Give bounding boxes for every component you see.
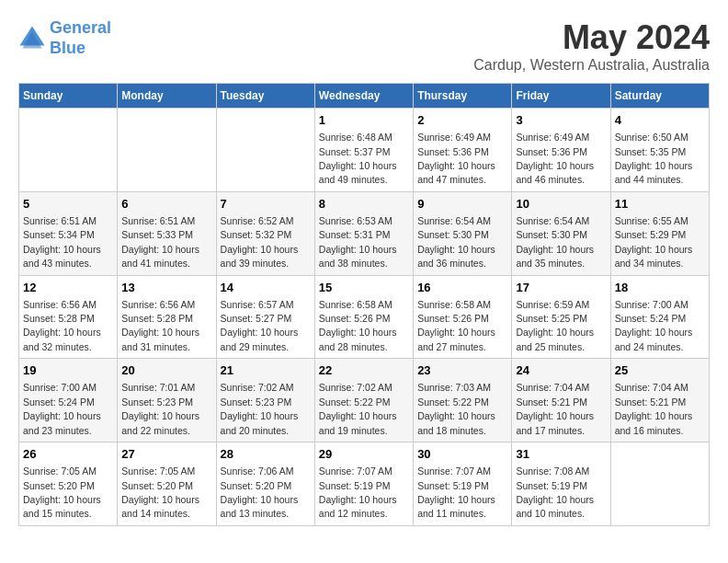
- day-number: 30: [417, 446, 507, 463]
- calendar-cell: 26Sunrise: 7:05 AMSunset: 5:20 PMDayligh…: [19, 442, 118, 526]
- day-info: Sunrise: 6:56 AMSunset: 5:28 PMDaylight:…: [121, 299, 199, 352]
- logo: General Blue: [18, 18, 111, 58]
- logo-text: General Blue: [50, 18, 111, 58]
- day-info: Sunrise: 7:04 AMSunset: 5:21 PMDaylight:…: [615, 382, 693, 435]
- day-number: 10: [516, 196, 606, 213]
- day-info: Sunrise: 7:03 AMSunset: 5:22 PMDaylight:…: [417, 382, 495, 435]
- calendar-cell: [216, 109, 314, 192]
- day-info: Sunrise: 6:56 AMSunset: 5:28 PMDaylight:…: [23, 299, 101, 352]
- day-number: 24: [516, 362, 606, 379]
- calendar-cell: 8Sunrise: 6:53 AMSunset: 5:31 PMDaylight…: [314, 191, 413, 275]
- header-monday: Monday: [118, 84, 216, 109]
- week-row-3: 12Sunrise: 6:56 AMSunset: 5:28 PMDayligh…: [19, 275, 710, 359]
- day-number: 12: [23, 280, 113, 296]
- day-info: Sunrise: 7:00 AMSunset: 5:24 PMDaylight:…: [23, 382, 101, 435]
- day-info: Sunrise: 6:49 AMSunset: 5:36 PMDaylight:…: [516, 132, 594, 185]
- day-number: 17: [516, 280, 606, 296]
- calendar-cell: 7Sunrise: 6:52 AMSunset: 5:32 PMDaylight…: [216, 191, 314, 275]
- day-info: Sunrise: 7:02 AMSunset: 5:22 PMDaylight:…: [319, 382, 397, 435]
- title-block: May 2024 Cardup, Western Australia, Aust…: [473, 18, 710, 74]
- day-info: Sunrise: 7:06 AMSunset: 5:20 PMDaylight:…: [221, 465, 299, 519]
- day-number: 13: [121, 280, 211, 296]
- day-info: Sunrise: 7:04 AMSunset: 5:21 PMDaylight:…: [516, 382, 594, 435]
- week-row-4: 19Sunrise: 7:00 AMSunset: 5:24 PMDayligh…: [19, 359, 710, 442]
- day-info: Sunrise: 6:51 AMSunset: 5:34 PMDaylight:…: [23, 215, 101, 269]
- day-number: 2: [417, 112, 507, 129]
- day-info: Sunrise: 6:54 AMSunset: 5:30 PMDaylight:…: [516, 215, 594, 269]
- day-info: Sunrise: 6:52 AMSunset: 5:32 PMDaylight:…: [221, 215, 299, 269]
- calendar-cell: 9Sunrise: 6:54 AMSunset: 5:30 PMDaylight…: [414, 191, 512, 275]
- calendar-cell: 11Sunrise: 6:55 AMSunset: 5:29 PMDayligh…: [610, 191, 709, 275]
- calendar-cell: 14Sunrise: 6:57 AMSunset: 5:27 PMDayligh…: [216, 275, 314, 359]
- day-number: 11: [615, 196, 705, 213]
- calendar-cell: 5Sunrise: 6:51 AMSunset: 5:34 PMDaylight…: [19, 191, 118, 275]
- calendar-cell: 30Sunrise: 7:07 AMSunset: 5:19 PMDayligh…: [414, 442, 512, 526]
- calendar-cell: 13Sunrise: 6:56 AMSunset: 5:28 PMDayligh…: [118, 275, 216, 359]
- day-number: 1: [319, 112, 409, 129]
- day-info: Sunrise: 6:59 AMSunset: 5:25 PMDaylight:…: [516, 299, 594, 352]
- day-number: 26: [23, 446, 113, 463]
- day-number: 6: [121, 196, 211, 213]
- day-info: Sunrise: 6:58 AMSunset: 5:26 PMDaylight:…: [417, 299, 495, 352]
- day-number: 3: [516, 112, 606, 129]
- calendar-cell: 27Sunrise: 7:05 AMSunset: 5:20 PMDayligh…: [118, 442, 216, 526]
- day-info: Sunrise: 7:00 AMSunset: 5:24 PMDaylight:…: [615, 299, 693, 352]
- day-info: Sunrise: 6:54 AMSunset: 5:30 PMDaylight:…: [417, 215, 495, 269]
- day-number: 15: [319, 280, 409, 296]
- day-number: 20: [121, 362, 211, 379]
- calendar-cell: 25Sunrise: 7:04 AMSunset: 5:21 PMDayligh…: [610, 359, 709, 442]
- calendar-cell: 1Sunrise: 6:48 AMSunset: 5:37 PMDaylight…: [314, 109, 413, 192]
- calendar-cell: 20Sunrise: 7:01 AMSunset: 5:23 PMDayligh…: [118, 359, 216, 442]
- day-info: Sunrise: 6:51 AMSunset: 5:33 PMDaylight:…: [121, 215, 199, 269]
- calendar-cell: 10Sunrise: 6:54 AMSunset: 5:30 PMDayligh…: [512, 191, 610, 275]
- day-info: Sunrise: 7:05 AMSunset: 5:20 PMDaylight:…: [121, 465, 199, 519]
- day-number: 22: [319, 362, 409, 379]
- subtitle: Cardup, Western Australia, Australia: [473, 57, 710, 74]
- day-number: 16: [417, 280, 507, 296]
- calendar-cell: 4Sunrise: 6:50 AMSunset: 5:35 PMDaylight…: [610, 109, 709, 192]
- day-info: Sunrise: 6:48 AMSunset: 5:37 PMDaylight:…: [319, 132, 397, 185]
- header-wednesday: Wednesday: [314, 84, 413, 109]
- day-info: Sunrise: 6:50 AMSunset: 5:35 PMDaylight:…: [615, 132, 693, 185]
- day-info: Sunrise: 7:07 AMSunset: 5:19 PMDaylight:…: [417, 465, 495, 519]
- calendar-cell: [118, 109, 216, 192]
- calendar-cell: 28Sunrise: 7:06 AMSunset: 5:20 PMDayligh…: [216, 442, 314, 526]
- logo-icon: [18, 25, 46, 52]
- calendar-cell: 19Sunrise: 7:00 AMSunset: 5:24 PMDayligh…: [19, 359, 118, 442]
- header-friday: Friday: [512, 84, 610, 109]
- calendar-cell: 2Sunrise: 6:49 AMSunset: 5:36 PMDaylight…: [414, 109, 512, 192]
- day-info: Sunrise: 6:58 AMSunset: 5:26 PMDaylight:…: [319, 299, 397, 352]
- main-title: May 2024: [473, 18, 710, 57]
- header-saturday: Saturday: [610, 84, 709, 109]
- calendar-cell: 18Sunrise: 7:00 AMSunset: 5:24 PMDayligh…: [610, 275, 709, 359]
- day-number: 8: [319, 196, 409, 213]
- calendar-cell: 15Sunrise: 6:58 AMSunset: 5:26 PMDayligh…: [314, 275, 413, 359]
- day-number: 27: [121, 446, 211, 463]
- day-info: Sunrise: 7:02 AMSunset: 5:23 PMDaylight:…: [221, 382, 299, 435]
- calendar-table: SundayMondayTuesdayWednesdayThursdayFrid…: [18, 83, 710, 526]
- header-sunday: Sunday: [19, 84, 118, 109]
- day-number: 9: [417, 196, 507, 213]
- week-row-2: 5Sunrise: 6:51 AMSunset: 5:34 PMDaylight…: [19, 191, 710, 275]
- day-number: 21: [221, 362, 311, 379]
- calendar-cell: 29Sunrise: 7:07 AMSunset: 5:19 PMDayligh…: [314, 442, 413, 526]
- day-number: 19: [23, 362, 113, 379]
- day-info: Sunrise: 7:08 AMSunset: 5:19 PMDaylight:…: [516, 465, 594, 519]
- calendar-cell: 21Sunrise: 7:02 AMSunset: 5:23 PMDayligh…: [216, 359, 314, 442]
- week-row-1: 1Sunrise: 6:48 AMSunset: 5:37 PMDaylight…: [19, 109, 710, 192]
- calendar-cell: 22Sunrise: 7:02 AMSunset: 5:22 PMDayligh…: [314, 359, 413, 442]
- calendar-cell: [610, 442, 709, 526]
- day-number: 23: [417, 362, 507, 379]
- calendar-cell: 31Sunrise: 7:08 AMSunset: 5:19 PMDayligh…: [512, 442, 610, 526]
- day-info: Sunrise: 6:53 AMSunset: 5:31 PMDaylight:…: [319, 215, 397, 269]
- day-info: Sunrise: 7:01 AMSunset: 5:23 PMDaylight:…: [121, 382, 199, 435]
- day-info: Sunrise: 6:57 AMSunset: 5:27 PMDaylight:…: [221, 299, 299, 352]
- calendar-cell: 6Sunrise: 6:51 AMSunset: 5:33 PMDaylight…: [118, 191, 216, 275]
- day-number: 31: [516, 446, 606, 463]
- calendar-header-row: SundayMondayTuesdayWednesdayThursdayFrid…: [19, 84, 710, 109]
- day-number: 7: [221, 196, 311, 213]
- week-row-5: 26Sunrise: 7:05 AMSunset: 5:20 PMDayligh…: [19, 442, 710, 526]
- header-tuesday: Tuesday: [216, 84, 314, 109]
- calendar-cell: 12Sunrise: 6:56 AMSunset: 5:28 PMDayligh…: [19, 275, 118, 359]
- day-number: 28: [221, 446, 311, 463]
